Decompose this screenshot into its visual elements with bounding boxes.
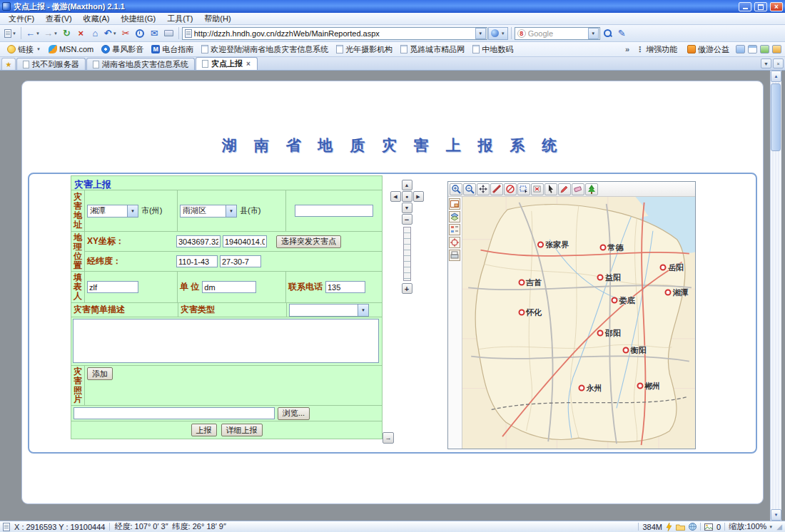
search-button[interactable] [601, 26, 614, 41]
link-city-site[interactable]: 觅路城市精品网 [397, 44, 468, 56]
pan-down-button[interactable]: ▼ [402, 203, 412, 213]
refresh-button[interactable]: ↻ [60, 26, 74, 41]
overview-map-button[interactable] [449, 198, 460, 210]
map-mark-point-button[interactable] [558, 183, 571, 195]
menu-groups[interactable]: 快捷组(G) [115, 13, 161, 25]
zoom-in-button[interactable]: + [402, 283, 412, 294]
unit-input[interactable] [202, 281, 256, 293]
minimize-button[interactable] [739, 2, 751, 11]
tab-server-not-found[interactable]: 找不到服务器 [16, 58, 86, 70]
tab-disaster-info-system[interactable]: 湖南省地质灾害信息系统 [86, 58, 195, 70]
description-textarea[interactable] [73, 319, 379, 363]
map-pan-button[interactable] [477, 183, 490, 195]
layers-button[interactable] [449, 211, 460, 222]
link-storm-player[interactable]: 暴风影音 [98, 44, 147, 56]
zoom-control[interactable]: 缩放:100%▼ [729, 521, 773, 532]
map-full-extent-button[interactable] [504, 183, 517, 195]
link-msn[interactable]: MSN.com [45, 44, 97, 54]
search-engine-dropdown[interactable]: ▼ [588, 28, 599, 39]
address-input[interactable] [194, 29, 473, 38]
expand-panel-button[interactable]: → [383, 432, 394, 444]
link-radio-guide[interactable]: 电台指南 [148, 44, 197, 56]
address-detail-input[interactable] [295, 205, 373, 217]
split-window-button[interactable] [748, 45, 757, 53]
locate-button[interactable] [449, 237, 460, 248]
globe-icon[interactable] [689, 523, 697, 531]
undo-button[interactable]: ↶▼ [103, 26, 118, 41]
menu-view[interactable]: 查看(V) [40, 13, 78, 25]
close-tab-button[interactable]: × [773, 58, 784, 68]
link-zondy[interactable]: 中地数码 [469, 44, 517, 56]
vertical-scrollbar[interactable]: ▲ ▼ [770, 71, 781, 521]
link-photo-agency[interactable]: 光年摄影机构 [333, 44, 396, 56]
browse-button[interactable]: 浏览... [278, 407, 310, 420]
disaster-type-select[interactable]: ▼ [289, 304, 369, 317]
scrollbar-track[interactable] [771, 82, 781, 509]
pan-center-button[interactable]: ● [402, 191, 412, 202]
pan-left-button[interactable]: ◀ [390, 191, 401, 202]
favorites-button[interactable]: ★ [1, 58, 16, 70]
snapshot-button[interactable]: ✂ [119, 26, 133, 41]
print-button[interactable] [162, 26, 176, 41]
pan-up-button[interactable]: ▲ [402, 180, 412, 190]
address-dropdown-button[interactable]: ▼ [475, 28, 486, 39]
map-clear-selection-button[interactable] [531, 183, 544, 195]
mail-button[interactable]: ✉ [148, 26, 161, 41]
county-select[interactable]: 雨湖区▼ [180, 205, 237, 218]
map-eraser-button[interactable] [572, 183, 584, 195]
longitude-input[interactable] [176, 255, 218, 267]
detail-submit-button[interactable]: 详细上报 [221, 424, 263, 436]
map-legend-button[interactable] [585, 183, 598, 195]
photo-file-input[interactable] [74, 407, 275, 419]
menu-file[interactable]: 文件(F) [3, 13, 40, 25]
stop-button[interactable]: × [74, 26, 88, 41]
history-button[interactable] [133, 26, 147, 41]
add-photo-button[interactable]: 添加 [87, 367, 113, 380]
y-coordinate-input[interactable] [223, 235, 267, 247]
menu-help[interactable]: 帮助(H) [198, 13, 236, 25]
go-button[interactable]: ▼ [488, 27, 508, 40]
phone-input[interactable] [325, 281, 365, 293]
proxy-button[interactable] [760, 45, 769, 53]
picture-icon[interactable] [704, 523, 713, 531]
home-button[interactable]: ⌂ [88, 26, 102, 41]
person-input[interactable] [87, 281, 138, 293]
tab-list-button[interactable]: ▼ [761, 58, 771, 68]
zoom-out-button[interactable]: − [402, 214, 412, 225]
map-pointer-button[interactable] [545, 183, 557, 195]
overflow-chevron-icon[interactable]: » [625, 45, 629, 53]
forward-button[interactable]: →▼ [42, 26, 59, 41]
pan-right-button[interactable]: ▶ [413, 191, 424, 202]
map-canvas[interactable]: 张家界常德岳阳吉首益阳湘潭娄底怀化邵阳衡阳永州郴州 [462, 197, 695, 449]
fill-form-button[interactable]: ✎ [615, 26, 629, 41]
pick-disaster-point-button[interactable]: 选择突发灾害点 [276, 235, 341, 248]
close-button[interactable]: × [770, 2, 783, 11]
map-select-rect-button[interactable] [517, 183, 530, 195]
feed-button[interactable] [772, 45, 781, 53]
folder-icon[interactable] [676, 523, 685, 531]
map-measure-button[interactable] [490, 183, 503, 195]
enhance-menu[interactable]: ⋮增强功能 [632, 44, 681, 56]
x-coordinate-input[interactable] [176, 235, 221, 247]
address-bar[interactable]: ▼ [182, 27, 487, 40]
link-hunan-geo-system[interactable]: 欢迎登陆湖南省地质灾害信息系统 [198, 44, 332, 56]
menu-tools[interactable]: 工具(T) [161, 13, 198, 25]
scroll-up-button[interactable]: ▲ [771, 71, 781, 82]
new-tab-button[interactable]: ▼ [3, 26, 18, 41]
city-select[interactable]: 湘潭▼ [87, 205, 138, 218]
map-zoom-in-button[interactable] [450, 183, 462, 195]
print-map-button[interactable] [449, 250, 460, 261]
tab-disaster-report[interactable]: 灾点上报× [196, 57, 258, 70]
zoom-slider[interactable] [403, 227, 411, 281]
links-menu[interactable]: 链接▼ [4, 44, 44, 56]
back-button[interactable]: ←▼ [24, 26, 41, 41]
scrollbar-thumb[interactable] [771, 83, 781, 151]
latitude-input[interactable] [220, 255, 261, 267]
lightning-icon[interactable] [666, 523, 672, 531]
maximize-button[interactable] [754, 2, 767, 11]
legend-list-button[interactable] [449, 224, 460, 235]
maxthon-charity-link[interactable]: 傲游公益 [684, 44, 733, 56]
tab-close-icon[interactable]: × [245, 60, 251, 68]
skin-button[interactable] [736, 45, 745, 53]
map-zoom-out-button[interactable] [463, 183, 476, 195]
